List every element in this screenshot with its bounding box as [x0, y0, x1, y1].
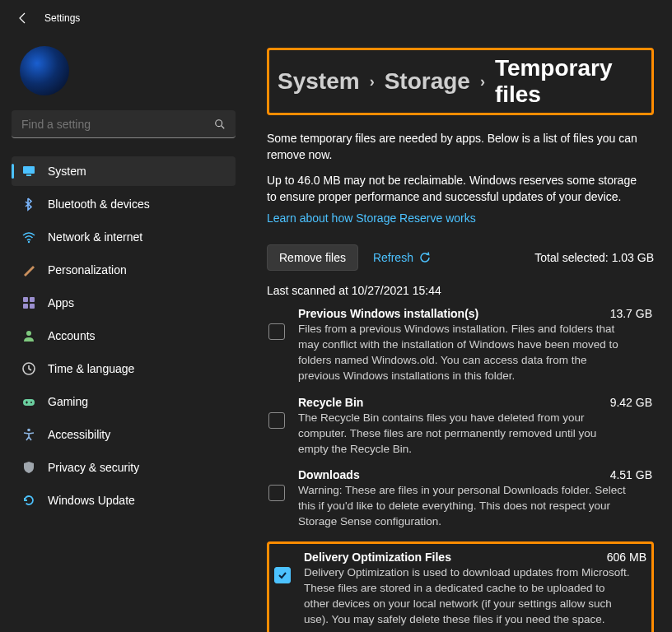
update-icon — [21, 493, 36, 508]
storage-reserve-link[interactable]: Learn about how Storage Reserve works — [267, 211, 654, 225]
nav-item-accounts[interactable]: Accounts — [12, 321, 236, 351]
nav-item-time-language[interactable]: Time & language — [12, 354, 236, 383]
nav-item-network-internet[interactable]: Network & internet — [12, 222, 236, 252]
shield-icon — [21, 460, 36, 475]
file-size: 13.7 GB — [610, 307, 652, 320]
action-row: Remove files Refresh Total selected: 1.0… — [267, 244, 654, 271]
file-title: Delivery Optimization Files — [304, 551, 451, 564]
file-description: Files from a previous Windows installati… — [298, 322, 628, 384]
file-checkbox[interactable] — [274, 567, 291, 583]
file-description: The Recycle Bin contains files you have … — [298, 411, 628, 458]
nav-item-personalization[interactable]: Personalization — [12, 255, 236, 285]
breadcrumb-system[interactable]: System — [278, 68, 360, 95]
svg-rect-2 — [23, 166, 35, 174]
svg-point-4 — [28, 241, 30, 243]
nav-item-gaming[interactable]: Gaming — [12, 387, 236, 416]
file-title: Downloads — [298, 468, 360, 481]
search-icon — [214, 118, 226, 130]
main-content: System › Storage › Temporary files Some … — [247, 36, 672, 632]
file-checkbox[interactable] — [268, 412, 285, 429]
display-icon — [21, 164, 36, 179]
refresh-label: Refresh — [373, 251, 413, 264]
total-selected: Total selected: 1.03 GB — [534, 251, 654, 264]
nav-item-accessibility[interactable]: Accessibility — [12, 420, 236, 449]
svg-point-9 — [26, 331, 31, 336]
gaming-icon — [21, 394, 36, 409]
nav-label: Windows Update — [48, 494, 135, 507]
brush-icon — [21, 263, 36, 277]
file-item: Recycle Bin 9.42 GB The Recycle Bin cont… — [267, 396, 654, 458]
file-list: Previous Windows installation(s) 13.7 GB… — [267, 307, 654, 632]
avatar[interactable] — [20, 46, 69, 95]
file-checkbox[interactable] — [268, 485, 285, 501]
search-input[interactable] — [21, 118, 214, 131]
person-icon — [21, 328, 36, 343]
breadcrumb: System › Storage › Temporary files — [267, 48, 654, 115]
wifi-icon — [21, 230, 36, 244]
remove-files-button[interactable]: Remove files — [267, 244, 358, 271]
nav-label: Gaming — [48, 395, 88, 408]
svg-rect-11 — [23, 399, 35, 406]
file-item: Delivery Optimization Files 606 MB Deliv… — [267, 541, 654, 632]
svg-rect-3 — [26, 174, 31, 176]
accessibility-icon — [21, 427, 36, 442]
titlebar-title: Settings — [44, 12, 80, 24]
search-box[interactable] — [12, 110, 236, 138]
svg-rect-8 — [30, 304, 35, 309]
svg-point-12 — [30, 402, 32, 403]
refresh-icon — [418, 251, 432, 264]
file-title: Previous Windows installation(s) — [298, 307, 478, 320]
svg-point-13 — [27, 429, 30, 432]
chevron-right-icon: › — [480, 73, 485, 91]
breadcrumb-storage[interactable]: Storage — [385, 68, 470, 95]
last-scanned: Last scanned at 10/27/2021 15:44 — [267, 284, 654, 297]
clock-icon — [21, 361, 36, 376]
refresh-button[interactable]: Refresh — [373, 251, 432, 264]
file-checkbox[interactable] — [268, 323, 285, 340]
nav-item-system[interactable]: System — [12, 156, 236, 186]
nav-label: Bluetooth & devices — [48, 198, 150, 211]
apps-icon — [21, 295, 36, 310]
nav-item-windows-update[interactable]: Windows Update — [12, 486, 236, 515]
file-item: Downloads 4.51 GB Warning: These are fil… — [267, 468, 654, 530]
svg-rect-5 — [23, 297, 28, 302]
file-description: Warning: These are files in your persona… — [298, 483, 628, 530]
sidebar: System Bluetooth & devices Network & int… — [0, 36, 247, 632]
nav-label: Personalization — [48, 263, 127, 276]
breadcrumb-current: Temporary files — [495, 55, 643, 108]
nav: System Bluetooth & devices Network & int… — [12, 156, 236, 515]
file-size: 9.42 GB — [610, 396, 652, 409]
file-size: 606 MB — [607, 551, 646, 564]
svg-rect-7 — [23, 304, 28, 309]
nav-label: Accessibility — [48, 428, 110, 441]
svg-point-0 — [216, 119, 222, 126]
intro-text: Some temporary files are needed by apps.… — [267, 130, 646, 164]
nav-label: Privacy & security — [48, 461, 139, 474]
file-title: Recycle Bin — [298, 396, 363, 409]
nav-item-apps[interactable]: Apps — [12, 288, 236, 318]
nav-label: System — [48, 165, 86, 178]
titlebar: Settings — [0, 0, 672, 36]
file-description: Delivery Optimization is used to downloa… — [304, 565, 633, 628]
reserve-text: Up to 46.0 MB may not be reclaimable. Wi… — [267, 172, 646, 206]
file-size: 4.51 GB — [610, 468, 652, 481]
nav-label: Network & internet — [48, 230, 142, 244]
file-item: Previous Windows installation(s) 13.7 GB… — [267, 307, 654, 384]
bluetooth-icon — [21, 197, 36, 211]
nav-item-privacy-security[interactable]: Privacy & security — [12, 453, 236, 482]
nav-item-bluetooth-devices[interactable]: Bluetooth & devices — [12, 189, 236, 219]
nav-label: Accounts — [48, 329, 96, 342]
svg-line-1 — [222, 125, 225, 128]
nav-label: Time & language — [48, 362, 134, 375]
back-icon[interactable] — [16, 12, 30, 25]
chevron-right-icon: › — [370, 73, 375, 91]
svg-rect-6 — [30, 297, 35, 302]
nav-label: Apps — [48, 296, 74, 309]
